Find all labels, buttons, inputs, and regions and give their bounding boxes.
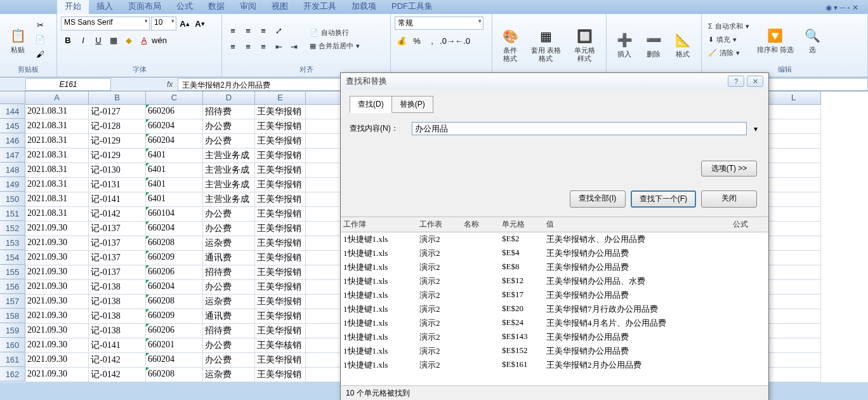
cell[interactable] [766, 192, 821, 207]
cell[interactable]: 王美华报销 [255, 368, 306, 382]
cell[interactable]: 王美华报销 [255, 105, 306, 119]
cell[interactable]: 记-0141 [89, 338, 146, 353]
cell[interactable]: 2021.09.30 [25, 280, 89, 295]
cell[interactable]: 记-0129 [89, 149, 146, 163]
result-row[interactable]: 1快捷键1.xls演示2$E$143王美华报销办公用品费 [341, 330, 768, 344]
cell[interactable] [766, 222, 821, 236]
cell[interactable]: 招待费 [203, 265, 255, 280]
cell[interactable]: 办公费 [203, 353, 255, 368]
italic-button[interactable]: I [76, 33, 90, 47]
cell[interactable] [766, 134, 821, 149]
col-header-B[interactable]: B [89, 91, 146, 105]
row-header[interactable]: 146 [0, 133, 25, 148]
cell[interactable]: 660206 [146, 324, 203, 338]
align-top-button[interactable]: ≡ [226, 24, 240, 38]
tab-开发工具[interactable]: 开发工具 [296, 0, 344, 14]
cell[interactable] [766, 309, 821, 324]
cell[interactable]: 660204 [146, 353, 203, 368]
row-header[interactable]: 151 [0, 206, 25, 221]
percent-button[interactable]: % [410, 34, 424, 48]
cell[interactable]: 王美华核销 [255, 338, 306, 353]
col-book[interactable]: 工作簿 [341, 219, 417, 230]
result-row[interactable]: 1快捷键1.xls演示2$E$4王美华报销办公用品费 [341, 246, 768, 260]
cell[interactable]: 2021.08.31 [25, 119, 89, 134]
cell[interactable]: 王美华报销 [255, 149, 306, 163]
cell[interactable]: 660204 [146, 222, 203, 236]
merge-center-button[interactable]: ▦ 合并后居中 ▾ [307, 40, 362, 53]
cell[interactable]: 记-0128 [89, 119, 146, 134]
cell[interactable]: 2021.09.30 [25, 265, 89, 280]
cell[interactable]: 王美华报销 [255, 265, 306, 280]
find-all-button[interactable]: 查找全部(I) [570, 190, 626, 208]
cell[interactable]: 招待费 [203, 105, 255, 119]
grow-font-button[interactable]: A▴ [178, 17, 192, 30]
cell[interactable] [766, 295, 821, 309]
tab-replace[interactable]: 替换(P) [391, 96, 433, 113]
fill-button[interactable]: ⬇ 填充 ▾ [706, 33, 752, 46]
cell[interactable]: 王美华报销 [255, 309, 306, 324]
format-cells-button[interactable]: 📐格式 [669, 29, 697, 60]
paste-button[interactable]: 📋 粘贴 [4, 24, 32, 55]
cell[interactable]: 记-0138 [89, 295, 146, 309]
tab-公式[interactable]: 公式 [169, 0, 201, 14]
align-left-button[interactable]: ≡ [226, 40, 240, 54]
cell[interactable]: 记-0127 [89, 105, 146, 119]
cell[interactable]: 660204 [146, 119, 203, 134]
cell[interactable]: 王美华报销 [255, 178, 306, 192]
row-header[interactable]: 149 [0, 177, 25, 192]
cell[interactable]: 2021.09.30 [25, 338, 89, 353]
cell[interactable]: 660208 [146, 295, 203, 309]
cell[interactable]: 记-0130 [89, 163, 146, 178]
increase-decimal-button[interactable]: .0→ [440, 34, 454, 48]
cell[interactable]: 2021.08.31 [25, 192, 89, 207]
row-header[interactable]: 147 [0, 148, 25, 163]
cell[interactable] [766, 178, 821, 192]
shrink-font-button[interactable]: A▾ [193, 17, 207, 30]
cell[interactable]: 2021.09.30 [25, 251, 89, 265]
cell[interactable]: 记-0142 [89, 353, 146, 368]
cell[interactable]: 2021.08.31 [25, 163, 89, 178]
tab-页面布局[interactable]: 页面布局 [121, 0, 169, 14]
cell[interactable]: 王美华报销 [255, 192, 306, 207]
cell[interactable] [766, 353, 821, 368]
row-header[interactable]: 148 [0, 163, 25, 177]
cell[interactable]: 660104 [146, 207, 203, 222]
cell[interactable] [766, 149, 821, 163]
col-header-A[interactable]: A [25, 91, 89, 105]
cell[interactable]: 王美华报销 [255, 119, 306, 134]
cell[interactable]: 660206 [146, 265, 203, 280]
increase-indent-button[interactable]: ⇥ [287, 40, 301, 54]
col-header-C[interactable]: C [146, 91, 203, 105]
row-header[interactable]: 145 [0, 119, 25, 133]
help-button[interactable]: ? [728, 76, 744, 87]
cell[interactable]: 2021.08.31 [25, 207, 89, 222]
cell[interactable]: 6401 [146, 192, 203, 207]
font-size-combo[interactable]: 10 [151, 17, 176, 30]
col-header-L[interactable]: L [766, 91, 821, 105]
tab-数据[interactable]: 数据 [201, 0, 232, 14]
result-row[interactable]: 1快捷键1.xls演示2$E$2王美华报销水、办公用品费 [341, 232, 768, 246]
cell[interactable]: 2021.09.30 [25, 353, 89, 368]
cell[interactable]: 2021.08.31 [25, 134, 89, 149]
cell[interactable]: 王美华报销 [255, 280, 306, 295]
clear-button[interactable]: 🧹 清除 ▾ [706, 46, 752, 59]
tab-加载项[interactable]: 加载项 [344, 0, 384, 14]
col-value[interactable]: 值 [544, 219, 730, 230]
cell[interactable]: 王美华报销 [255, 251, 306, 265]
border-button[interactable]: ▦ [107, 33, 121, 47]
row-header[interactable]: 160 [0, 338, 25, 352]
result-row[interactable]: 1快捷键1.xls演示2$E$8王美华报销办公用品费 [341, 260, 768, 274]
cell[interactable]: 660208 [146, 236, 203, 251]
cell[interactable]: 2021.08.31 [25, 178, 89, 192]
cell[interactable]: 2021.09.30 [25, 222, 89, 236]
tab-视图[interactable]: 视图 [264, 0, 296, 14]
cell[interactable] [766, 119, 821, 134]
dialog-titlebar[interactable]: 查找和替换 ? ✕ [341, 73, 768, 90]
row-header[interactable]: 158 [0, 309, 25, 323]
cell[interactable]: 2021.09.30 [25, 368, 89, 382]
cell[interactable]: 记-0142 [89, 207, 146, 222]
insert-cells-button[interactable]: ➕插入 [610, 29, 638, 60]
cell[interactable]: 王美华报销 [255, 134, 306, 149]
cell[interactable]: 660204 [146, 134, 203, 149]
cell[interactable]: 记-0138 [89, 280, 146, 295]
